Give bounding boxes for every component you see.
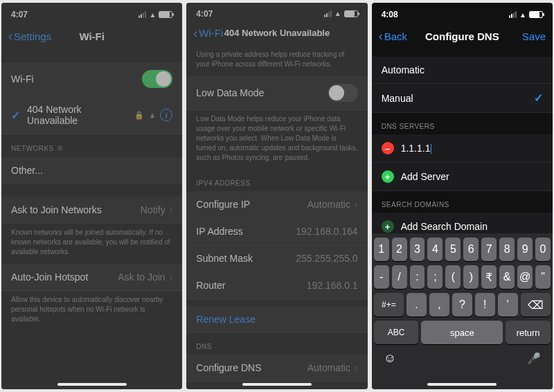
- subnet-mask-value: 255.255.255.0: [296, 253, 358, 264]
- configure-dns-value: Automatic: [307, 362, 350, 373]
- back-label: Back: [384, 30, 407, 42]
- add-icon[interactable]: +: [382, 170, 394, 183]
- key-dash[interactable]: -: [374, 265, 389, 289]
- save-button[interactable]: Save: [522, 30, 546, 42]
- emoji-icon[interactable]: ☺: [384, 351, 396, 366]
- key-rparen[interactable]: ): [463, 265, 479, 289]
- configure-ip-row[interactable]: Configure IP Automatic›: [186, 191, 367, 218]
- ask-to-join-value: Notify: [141, 204, 166, 215]
- check-icon: ✓: [11, 109, 20, 122]
- key-rupee[interactable]: ₹: [481, 265, 497, 289]
- wifi-toggle-row[interactable]: Wi-Fi: [1, 62, 182, 96]
- keyboard-row-3: #+= . , ? ! ' ⌫: [374, 293, 551, 317]
- status-bar: 4:08 ▲: [372, 3, 553, 22]
- battery-icon: [159, 11, 172, 18]
- low-data-footer: Low Data Mode helps reduce your iPhone d…: [186, 110, 367, 170]
- ask-to-join-row[interactable]: Ask to Join Networks Notify›: [1, 197, 182, 224]
- back-button[interactable]: ‹ Settings: [8, 30, 51, 42]
- key-period[interactable]: .: [406, 293, 427, 317]
- key-backspace[interactable]: ⌫: [521, 293, 551, 317]
- back-button[interactable]: ‹ Wi-Fi: [193, 27, 223, 39]
- home-indicator[interactable]: [242, 383, 312, 386]
- key-return[interactable]: return: [506, 321, 551, 344]
- auto-join-label: Auto-Join Hotspot: [11, 271, 88, 283]
- remove-icon[interactable]: –: [382, 142, 394, 154]
- keyboard-row-4: ABC space return: [374, 321, 551, 344]
- key-9[interactable]: 9: [517, 238, 533, 261]
- chevron-right-icon: ›: [170, 271, 173, 283]
- key-7[interactable]: 7: [481, 238, 497, 261]
- key-8[interactable]: 8: [499, 238, 515, 261]
- key-apostrophe[interactable]: ': [498, 293, 518, 317]
- chevron-left-icon: ‹: [8, 30, 12, 42]
- low-data-toggle[interactable]: [328, 84, 358, 102]
- wifi-toggle[interactable]: [142, 70, 172, 88]
- key-3[interactable]: 3: [410, 238, 425, 261]
- battery-icon: [344, 10, 358, 17]
- key-lparen[interactable]: (: [445, 265, 461, 289]
- dns-server-row[interactable]: – 1.1.1.1: [372, 134, 553, 163]
- key-slash[interactable]: /: [392, 265, 407, 289]
- private-address-footer: Using a private address helps reduce tra…: [186, 46, 367, 76]
- status-time: 4:08: [382, 10, 398, 19]
- back-button[interactable]: ‹ Back: [379, 30, 407, 42]
- key-symbols[interactable]: #+=: [374, 293, 404, 317]
- key-5[interactable]: 5: [445, 238, 461, 261]
- add-icon[interactable]: +: [382, 220, 394, 233]
- low-data-label: Low Data Mode: [196, 87, 264, 98]
- auto-join-footer: Allow this device to automatically disco…: [1, 291, 182, 331]
- ip-address-row: IP Address 192.168.0.164: [186, 218, 367, 245]
- low-data-row[interactable]: Low Data Mode: [186, 76, 367, 110]
- current-network-row[interactable]: ✓ 404 Network Unavailable 🔒 ▲ i: [1, 96, 182, 134]
- key-space[interactable]: space: [421, 321, 503, 344]
- auto-join-row[interactable]: Auto-Join Hotspot Ask to Join›: [1, 264, 182, 291]
- search-domains-header: SEARCH DOMAINS: [372, 191, 553, 213]
- key-at[interactable]: @: [517, 265, 533, 289]
- configure-dns-row[interactable]: Configure DNS Automatic›: [186, 355, 367, 382]
- add-server-row[interactable]: + Add Server: [372, 163, 553, 191]
- configure-ip-label: Configure IP: [196, 199, 250, 210]
- dns-servers-header: DNS SERVERS: [372, 113, 553, 134]
- key-comma[interactable]: ,: [429, 293, 449, 317]
- ip-label: IP Address: [196, 226, 242, 237]
- cellular-icon: [324, 10, 332, 17]
- key-2[interactable]: 2: [392, 238, 407, 261]
- key-question[interactable]: ?: [452, 293, 472, 317]
- key-quote[interactable]: ": [535, 265, 551, 289]
- dns-server-input[interactable]: 1.1.1.1: [401, 143, 432, 154]
- router-row: Router 192.168.0.1: [186, 272, 367, 299]
- keyboard-row-1: 1 2 3 4 5 6 7 8 9 0: [374, 238, 551, 261]
- back-label: Wi-Fi: [199, 27, 223, 39]
- key-1[interactable]: 1: [374, 238, 389, 261]
- key-amp[interactable]: &: [499, 265, 515, 289]
- keyboard[interactable]: 1 2 3 4 5 6 7 8 9 0 - / : ; ( ) ₹ & @ " …: [372, 233, 553, 389]
- ask-to-join-label: Ask to Join Networks: [11, 204, 102, 215]
- auto-join-value: Ask to Join: [118, 271, 165, 283]
- key-exclaim[interactable]: !: [475, 293, 495, 317]
- key-4[interactable]: 4: [427, 238, 443, 261]
- chevron-left-icon: ‹: [193, 27, 197, 39]
- automatic-label: Automatic: [382, 64, 425, 75]
- other-row[interactable]: Other...: [1, 157, 182, 184]
- automatic-row[interactable]: Automatic: [372, 57, 553, 84]
- key-semicolon[interactable]: ;: [427, 265, 443, 289]
- manual-row[interactable]: Manual ✓: [372, 84, 553, 113]
- status-bar: 4:07 ▲: [1, 3, 182, 22]
- chevron-right-icon: ›: [355, 199, 358, 210]
- status-time: 4:07: [11, 10, 28, 19]
- home-indicator[interactable]: [427, 383, 497, 386]
- chevron-left-icon: ‹: [379, 30, 383, 42]
- key-colon[interactable]: :: [410, 265, 425, 289]
- renew-lease-row[interactable]: Renew Lease: [186, 306, 367, 333]
- mic-icon[interactable]: 🎤: [527, 352, 541, 365]
- info-icon[interactable]: i: [160, 109, 172, 121]
- back-label: Settings: [14, 30, 51, 42]
- key-abc[interactable]: ABC: [374, 321, 419, 344]
- home-indicator[interactable]: [57, 383, 127, 386]
- subnet-mask-row: Subnet Mask 255.255.255.0: [186, 245, 367, 272]
- key-6[interactable]: 6: [463, 238, 479, 261]
- add-server-label: Add Server: [401, 171, 449, 182]
- key-0[interactable]: 0: [535, 238, 551, 261]
- nav-bar: ‹ Settings Wi-Fi: [1, 22, 182, 50]
- wifi-signal-icon: ▲: [148, 111, 156, 119]
